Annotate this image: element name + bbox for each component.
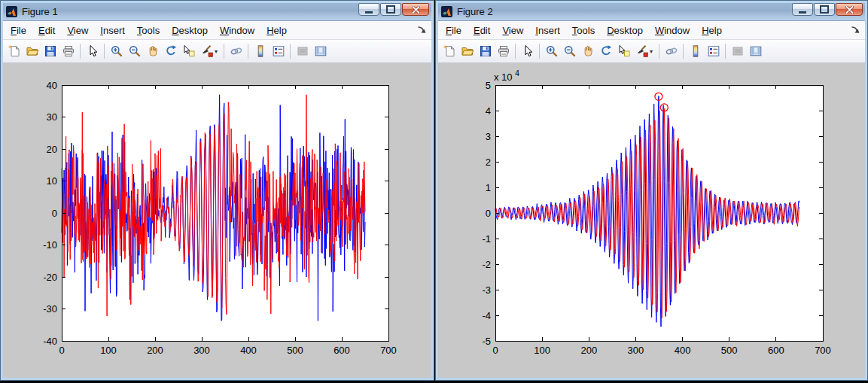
y-tick-label: 0 <box>486 208 491 219</box>
close-button[interactable] <box>402 3 429 16</box>
brush-icon[interactable] <box>198 43 215 60</box>
menu-file[interactable]: File <box>5 23 32 38</box>
y-tick-label: 4 <box>486 105 491 117</box>
title-bar[interactable]: Figure 2 <box>438 3 865 21</box>
menu-edit[interactable]: Edit <box>468 23 496 38</box>
link-plot-icon[interactable] <box>227 43 245 60</box>
show-plot-tools-icon[interactable] <box>747 43 764 60</box>
x-tick-label: 400 <box>240 345 257 356</box>
zoom-out-icon[interactable] <box>126 43 143 60</box>
figure-canvas: 0100200300400500600700-40-30-20-10010203… <box>3 63 431 378</box>
minimize-button[interactable] <box>792 3 813 16</box>
menu-insert[interactable]: Insert <box>529 23 566 38</box>
window-title: Figure 1 <box>22 6 58 17</box>
toolbar: ▾ <box>3 40 431 63</box>
toolbar-separator <box>248 44 248 59</box>
restore-button[interactable] <box>814 3 835 16</box>
print-icon[interactable] <box>59 43 77 60</box>
matlab-icon <box>441 6 452 17</box>
new-file-icon[interactable] <box>440 43 458 60</box>
save-icon[interactable] <box>41 43 59 60</box>
toolbar: ▾ <box>438 40 865 63</box>
y-tick-label: -40 <box>43 336 57 347</box>
x-tick-label: 300 <box>628 345 644 356</box>
menu-bar: File Edit View Insert Tools Desktop Wind… <box>3 21 431 40</box>
y-tick-label: 30 <box>47 111 57 123</box>
insert-colorbar-icon[interactable] <box>687 43 704 60</box>
axes-figure-2[interactable]: 0100200300400500600700-5-4-3-2-1012345x … <box>438 63 865 378</box>
save-icon[interactable] <box>477 43 494 60</box>
pointer-icon[interactable] <box>519 43 536 60</box>
hide-plot-tools-icon[interactable] <box>729 43 746 60</box>
y-tick-label: 10 <box>47 175 57 187</box>
figure-window-1: Figure 1 File Edit View Insert Tools Des… <box>0 0 434 381</box>
toolbar-separator <box>104 44 105 59</box>
axes-figure-1[interactable]: 0100200300400500600700-40-30-20-10010203… <box>3 63 431 378</box>
y-tick-label: 2 <box>486 157 491 168</box>
toolbar-separator <box>515 44 516 59</box>
pan-icon[interactable] <box>144 43 161 60</box>
dock-figure-icon[interactable] <box>850 24 860 35</box>
y-tick-label: -4 <box>482 310 491 321</box>
restore-button[interactable] <box>380 3 401 16</box>
rotate-3d-icon[interactable] <box>162 43 179 60</box>
insert-colorbar-icon[interactable] <box>251 43 269 60</box>
menu-edit[interactable]: Edit <box>32 23 61 38</box>
new-file-icon[interactable] <box>5 43 23 60</box>
rotate-3d-icon[interactable] <box>597 43 614 60</box>
close-button[interactable] <box>836 3 863 16</box>
toolbar-separator <box>683 44 684 59</box>
menu-insert[interactable]: Insert <box>94 23 131 38</box>
pointer-icon[interactable] <box>84 43 101 60</box>
window-title: Figure 2 <box>457 6 493 17</box>
menu-view[interactable]: View <box>61 23 94 38</box>
menu-file[interactable]: File <box>440 23 468 38</box>
print-icon[interactable] <box>495 43 512 60</box>
insert-legend-icon[interactable] <box>705 43 722 60</box>
open-file-icon[interactable] <box>458 43 476 60</box>
menu-view[interactable]: View <box>496 23 529 38</box>
x-tick-label: 0 <box>492 345 498 356</box>
menu-tools[interactable]: Tools <box>131 23 166 38</box>
x-tick-label: 300 <box>193 345 210 356</box>
y-tick-label: 0 <box>52 208 57 219</box>
close-icon <box>845 6 854 14</box>
brush-dropdown-icon[interactable]: ▾ <box>650 48 656 55</box>
y-tick-label: 3 <box>486 131 491 142</box>
menu-desktop[interactable]: Desktop <box>601 23 649 38</box>
y-axis-exponent-label: x 10 4 <box>494 69 519 83</box>
zoom-in-icon[interactable] <box>543 43 560 60</box>
minimize-icon <box>799 11 806 14</box>
close-icon <box>412 6 420 14</box>
brush-icon[interactable] <box>633 43 650 60</box>
y-tick-label: -3 <box>482 284 491 296</box>
menu-help[interactable]: Help <box>260 23 293 38</box>
x-tick-label: 600 <box>333 345 350 356</box>
brush-dropdown-icon[interactable]: ▾ <box>215 48 221 55</box>
dock-figure-icon[interactable] <box>416 24 427 35</box>
zoom-out-icon[interactable] <box>561 43 578 60</box>
menu-window[interactable]: Window <box>649 23 696 38</box>
zoom-in-icon[interactable] <box>108 43 125 60</box>
menu-desktop[interactable]: Desktop <box>166 23 214 38</box>
matlab-icon <box>6 6 17 17</box>
hide-plot-tools-icon[interactable] <box>294 43 311 60</box>
menu-tools[interactable]: Tools <box>566 23 601 38</box>
restore-icon <box>820 5 829 14</box>
title-bar[interactable]: Figure 1 <box>3 3 431 21</box>
insert-legend-icon[interactable] <box>270 43 287 60</box>
minimize-button[interactable] <box>358 3 379 16</box>
x-tick-label: 200 <box>580 345 597 356</box>
show-plot-tools-icon[interactable] <box>312 43 329 60</box>
data-cursor-icon[interactable] <box>615 43 632 60</box>
open-file-icon[interactable] <box>23 43 41 60</box>
link-plot-icon[interactable] <box>662 43 680 60</box>
y-tick-label: -5 <box>482 336 491 347</box>
x-tick-label: 500 <box>287 345 303 356</box>
y-tick-label: 1 <box>486 182 491 193</box>
x-tick-label: 600 <box>768 345 784 356</box>
menu-window[interactable]: Window <box>214 23 260 38</box>
data-cursor-icon[interactable] <box>180 43 197 60</box>
menu-help[interactable]: Help <box>696 23 728 38</box>
pan-icon[interactable] <box>579 43 596 60</box>
